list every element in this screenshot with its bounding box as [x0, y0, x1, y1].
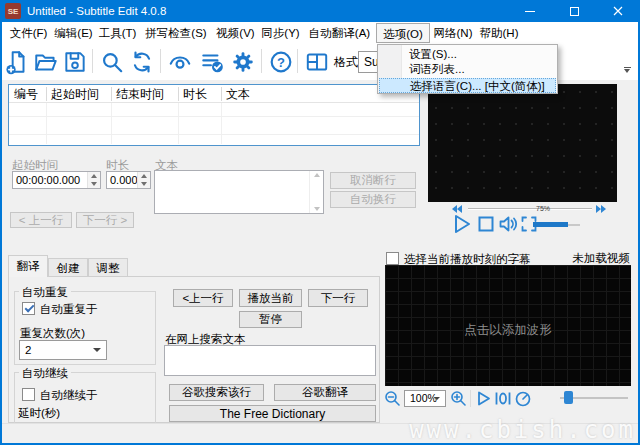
textarea-scrollbar[interactable]	[309, 171, 323, 213]
subtitle-text-area[interactable]	[154, 170, 324, 214]
repeat-count-combobox[interactable]: 2	[19, 340, 107, 360]
playback-speed-button[interactable]	[514, 390, 532, 407]
visual-sync-button[interactable]	[166, 47, 194, 77]
stop-icon	[477, 215, 495, 233]
seek-bar[interactable]	[468, 208, 592, 210]
volume-percent-label: 75%	[536, 205, 550, 212]
settings-button[interactable]	[229, 47, 257, 77]
stop-button[interactable]	[477, 215, 495, 233]
menu-edit[interactable]: 编辑(E)	[51, 23, 96, 43]
play-one-second-button[interactable]	[494, 390, 512, 407]
menu-bar: 文件(F) 编辑(E) 工具(T) 拼写检查(S) 视频(V) 同步(Y) 自动…	[0, 22, 640, 44]
waveform-placeholder: 点击以添加波形	[464, 322, 552, 386]
spell-check-button[interactable]	[198, 47, 226, 77]
auto-repeat-checkbox-label[interactable]: 自动重复于	[40, 302, 98, 317]
toolbar-separator	[297, 49, 298, 73]
menu-options[interactable]: 选项(O)	[376, 23, 430, 43]
menu-help[interactable]: 帮助(H)	[476, 23, 522, 43]
menu-tools[interactable]: 工具(T)	[96, 23, 139, 43]
next-line-button[interactable]: 下一行 >	[76, 212, 134, 228]
menu-autotranslate[interactable]: 自动翻译(A)	[303, 23, 376, 43]
waveform-play-button[interactable]	[475, 390, 492, 407]
column-header-start[interactable]: 起始时间	[46, 85, 111, 103]
open-file-button[interactable]	[32, 47, 60, 77]
start-time-spinner[interactable]: 00:00:00.000	[12, 171, 101, 189]
pause-button[interactable]: 暂停	[239, 311, 302, 328]
tab-translate[interactable]: 翻译	[8, 255, 48, 277]
body-column-line	[46, 103, 47, 144]
auto-continue-checkbox-label[interactable]: 自动继续于	[40, 388, 98, 403]
mute-button[interactable]	[498, 214, 519, 234]
duration-spinner[interactable]: 0.000	[106, 171, 151, 189]
menu-spellcheck[interactable]: 拼写检查(S)	[139, 23, 213, 43]
minimize-button[interactable]	[508, 0, 552, 22]
combo-arrow-icon	[434, 397, 440, 400]
subtitle-list[interactable]: 编号 起始时间 结束时间 时长 文本	[8, 84, 420, 146]
options-dropdown-menu: 设置(S)... 词语列表... 选择语言(C)... [中文(简体)]	[377, 44, 558, 94]
repeat-count-value: 2	[25, 341, 31, 359]
free-dictionary-button[interactable]: The Free Dictionary	[169, 405, 376, 422]
waveform-area[interactable]: 点击以添加波形	[385, 265, 631, 386]
volume-slider-fill[interactable]	[533, 222, 568, 227]
play-current-button[interactable]: 播放当前	[239, 289, 302, 307]
svg-text:?: ?	[277, 55, 285, 70]
next-line-play-button[interactable]: 下一行	[308, 289, 368, 307]
previous-line-button[interactable]: < 上一行	[10, 212, 72, 228]
google-search-button[interactable]: 谷歌搜索该行	[169, 384, 264, 401]
body-column-line	[111, 103, 112, 144]
play-zero-icon	[494, 390, 512, 407]
waveform-zoom-out-button[interactable]	[384, 390, 401, 407]
spinner-arrows[interactable]	[137, 172, 150, 188]
google-translate-button[interactable]: 谷歌翻译	[274, 384, 376, 401]
body-column-line	[221, 103, 222, 144]
auto-break-button[interactable]: 自动换行	[330, 191, 416, 208]
prev-line-play-button[interactable]: <上一行	[173, 289, 233, 307]
auto-continue-checkbox[interactable]	[22, 388, 35, 401]
toolbar-overflow-button[interactable]	[620, 62, 634, 78]
save-button[interactable]	[61, 47, 89, 77]
auto-repeat-group-label: 自动重复	[19, 285, 71, 300]
waveform-zoom-in-button[interactable]	[450, 390, 467, 407]
video-surface	[428, 84, 617, 202]
waveform-zoom-combobox[interactable]: 100%	[404, 390, 446, 407]
open-folder-icon	[33, 49, 59, 75]
layout-icon	[304, 49, 330, 75]
layout-button[interactable]	[303, 47, 331, 77]
save-icon	[62, 49, 88, 75]
zoom-in-icon	[450, 390, 467, 407]
toolbar-separator	[261, 49, 262, 73]
repeat-count-label: 重复次数(次)	[20, 326, 85, 341]
tab-create[interactable]: 创建	[48, 258, 88, 277]
start-time-value: 00:00:00.000	[16, 172, 80, 188]
unbreak-button[interactable]: 取消断行	[330, 172, 416, 189]
replace-button[interactable]	[128, 47, 156, 77]
menu-video[interactable]: 视频(V)	[213, 23, 258, 43]
tab-adjust[interactable]: 调整	[88, 258, 128, 277]
search-icon	[99, 49, 125, 75]
menu-item-settings[interactable]: 设置(S)...	[379, 47, 556, 62]
spinner-arrows[interactable]	[87, 172, 100, 188]
menu-network[interactable]: 网络(N)	[430, 23, 476, 43]
column-header-number[interactable]: 编号	[9, 85, 46, 103]
column-header-duration[interactable]: 时长	[178, 85, 221, 103]
waveform-position-thumb[interactable]	[564, 391, 573, 404]
play-button[interactable]	[450, 212, 474, 236]
seek-forward-button[interactable]	[595, 205, 607, 213]
select-current-subtitle-checkbox[interactable]	[386, 252, 399, 265]
menu-file[interactable]: 文件(F)	[6, 23, 51, 43]
maximize-button[interactable]	[552, 0, 596, 22]
new-file-button[interactable]	[3, 47, 31, 77]
no-video-label: 未加载视频	[573, 251, 631, 266]
help-button[interactable]: ?	[267, 47, 295, 77]
column-header-end[interactable]: 结束时间	[111, 85, 178, 103]
menu-sync[interactable]: 同步(Y)	[258, 23, 303, 43]
overflow-bar-icon	[624, 67, 631, 68]
menu-item-choose-language[interactable]: 选择语言(C)... [中文(简体)]	[379, 78, 556, 93]
web-search-input[interactable]	[164, 345, 376, 376]
menu-item-wordlists[interactable]: 词语列表...	[379, 62, 556, 77]
find-button[interactable]	[98, 47, 126, 77]
auto-repeat-checkbox[interactable]	[22, 302, 35, 315]
window-border-left	[0, 22, 2, 445]
zoom-out-icon	[384, 390, 401, 407]
close-button[interactable]	[596, 0, 640, 22]
